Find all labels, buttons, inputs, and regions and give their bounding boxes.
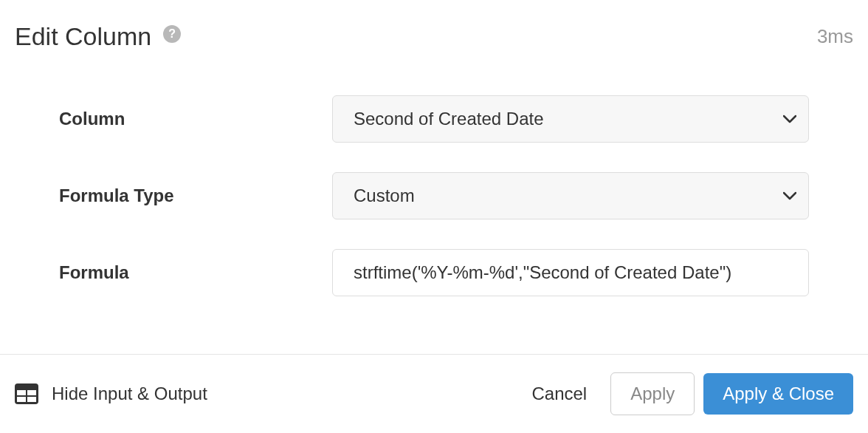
formula-type-select[interactable]: Custom — [332, 172, 809, 219]
svg-rect-2 — [27, 390, 36, 395]
formula-type-control-wrap: Custom — [332, 172, 809, 219]
column-label: Column — [59, 109, 332, 129]
column-select[interactable]: Second of Created Date — [332, 95, 809, 143]
footer-actions: Cancel Apply Apply & Close — [517, 372, 853, 415]
formula-type-select-value: Custom — [354, 185, 415, 206]
dialog-footer: Hide Input & Output Cancel Apply Apply &… — [0, 354, 868, 433]
formula-label: Formula — [59, 262, 332, 283]
cancel-button[interactable]: Cancel — [517, 373, 602, 415]
formula-input[interactable] — [332, 249, 809, 296]
chevron-down-icon — [783, 115, 796, 123]
form-area: Column Second of Created Date Formula Ty… — [0, 51, 868, 296]
chevron-down-icon — [783, 191, 796, 200]
column-select-value: Second of Created Date — [354, 109, 544, 129]
column-row: Column Second of Created Date — [59, 95, 809, 143]
formula-type-label: Formula Type — [59, 185, 332, 206]
help-icon[interactable]: ? — [163, 25, 181, 43]
apply-button[interactable]: Apply — [610, 372, 695, 415]
column-control-wrap: Second of Created Date — [332, 95, 809, 143]
page-title: Edit Column — [15, 22, 151, 51]
toggle-io-button[interactable]: Hide Input & Output — [15, 383, 207, 404]
toggle-io-label: Hide Input & Output — [52, 383, 207, 404]
formula-type-row: Formula Type Custom — [59, 172, 809, 219]
svg-rect-4 — [27, 397, 36, 402]
formula-control-wrap — [332, 249, 809, 296]
apply-close-button[interactable]: Apply & Close — [703, 373, 853, 415]
table-icon — [15, 383, 38, 404]
header-left: Edit Column ? — [15, 22, 181, 51]
svg-rect-1 — [17, 390, 26, 395]
formula-row: Formula — [59, 249, 809, 296]
dialog-header: Edit Column ? 3ms — [0, 0, 868, 51]
timing-value: 3ms — [817, 25, 853, 48]
svg-rect-3 — [17, 397, 26, 402]
